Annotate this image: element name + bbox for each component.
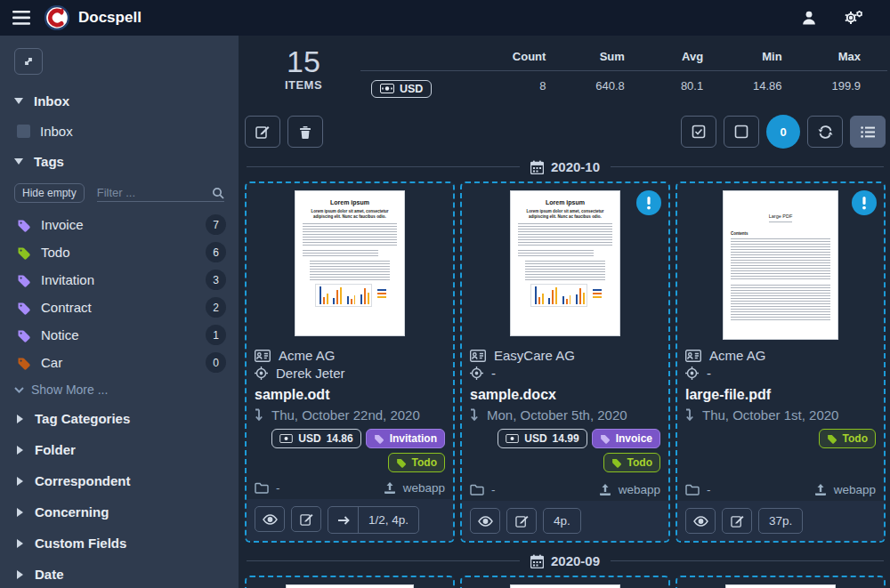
stats-header-min: Min xyxy=(730,44,808,70)
stats-header-max: Max xyxy=(809,44,887,70)
docspell-logo-icon xyxy=(44,5,69,30)
folder-source-row: - webapp xyxy=(462,479,668,501)
item-card[interactable]: Lorem ipsum Lorem ipsum dolor sit amet, … xyxy=(676,576,886,588)
tag-badge-todo: Todo xyxy=(819,429,876,448)
tag-name: Invitation xyxy=(41,272,94,287)
tag-count-badge: 6 xyxy=(206,242,226,262)
section-label: Folder xyxy=(35,442,76,457)
correspondent-row: Acme AG xyxy=(255,348,445,363)
item-badges: Todo xyxy=(685,429,876,473)
tag-count-badge: 3 xyxy=(206,270,226,290)
show-more-tags-link[interactable]: Show More ... xyxy=(0,376,239,403)
edit-item-button[interactable] xyxy=(722,508,752,534)
upload-icon xyxy=(384,482,396,495)
settings-cogs-icon[interactable] xyxy=(844,10,863,26)
amount-value: 14.86 xyxy=(327,432,353,445)
card-actions: 1/2, 4p. xyxy=(247,499,453,541)
item-date: Thu, October 1st, 2020 xyxy=(702,407,838,423)
tag-filter-input[interactable] xyxy=(97,186,212,199)
alert-badge-icon xyxy=(636,190,661,215)
checkbox-unchecked-icon[interactable] xyxy=(17,125,30,138)
folder-value: - xyxy=(707,483,711,496)
document-preview[interactable]: Lorem ipsum Lorem ipsum dolor sit amet, … xyxy=(247,183,453,340)
item-cards-grid: Lorem ipsum Lorem ipsum dolor sit amet, … xyxy=(245,181,886,543)
sidebar-section-custom-fields[interactable]: Custom Fields xyxy=(0,528,239,559)
edit-item-button[interactable] xyxy=(506,508,537,534)
inbox-checkbox-item[interactable]: Inbox xyxy=(0,117,239,146)
caret-right-icon xyxy=(17,415,23,423)
view-item-button[interactable] xyxy=(255,506,285,532)
date-group-label: 2020-10 xyxy=(551,159,600,174)
edit-item-button[interactable] xyxy=(291,506,321,532)
item-badges: USD 14.86 Invitation Todo xyxy=(255,429,445,473)
topbar-actions xyxy=(801,10,878,26)
section-label: Tag Categories xyxy=(35,411,130,426)
items-total: 15 ITEMS xyxy=(247,46,360,92)
tag-item-invoice[interactable]: Invoice 7 xyxy=(0,211,239,238)
stats-header-sum: Sum xyxy=(572,44,651,70)
currency-stats-table: Count Sum Avg Min Max USD 8 640.8 8 xyxy=(360,44,887,101)
expand-search-menu-button[interactable] xyxy=(14,48,43,75)
next-attachment-button[interactable] xyxy=(328,507,359,533)
tag-item-todo[interactable]: Todo 6 xyxy=(0,238,239,266)
item-card-sample-odt[interactable]: Lorem ipsum Lorem ipsum dolor sit amet, … xyxy=(245,181,455,543)
correspondent-row: Acme AG xyxy=(685,348,876,363)
tag-item-contract[interactable]: Contract 2 xyxy=(0,294,239,321)
item-date-row: Thu, October 1st, 2020 xyxy=(685,407,876,423)
stats-value-avg: 80.1 xyxy=(651,71,730,101)
concerning-name: Derek Jeter xyxy=(276,366,345,381)
stats-value-sum: 640.8 xyxy=(572,71,651,101)
sidebar-section-date[interactable]: Date xyxy=(0,559,239,588)
document-preview[interactable]: Lorem ipsum Lorem ipsum dolor sit amet, … xyxy=(677,577,884,588)
sidebar-section-inbox[interactable]: Inbox xyxy=(0,85,239,117)
sidebar-section-correspondent[interactable]: Correspondent xyxy=(0,465,239,496)
sidebar-section-tags[interactable]: Tags xyxy=(0,146,239,177)
arrow-down-icon xyxy=(255,408,263,422)
preview-title: Large PDF xyxy=(731,213,830,219)
amount-currency: USD xyxy=(524,432,546,445)
items-label: ITEMS xyxy=(247,78,360,92)
menu-icon[interactable] xyxy=(12,11,30,25)
selection-count-badge[interactable]: 0 xyxy=(766,115,800,149)
user-icon[interactable] xyxy=(801,10,817,26)
refresh-button[interactable] xyxy=(807,116,843,148)
app-title: Docspell xyxy=(78,9,142,27)
card-actions: 4p. xyxy=(462,501,668,541)
tag-badge-invitation: Invitation xyxy=(366,429,445,448)
deselect-all-button[interactable] xyxy=(724,116,759,148)
view-item-button[interactable] xyxy=(470,508,500,534)
tag-item-car[interactable]: Car 0 xyxy=(0,349,239,376)
document-preview[interactable]: Lorem ipsum dolor sit amet, consectetur … xyxy=(462,577,668,588)
item-card[interactable]: Keywords in PDF xyxy=(245,576,455,588)
sidebar-section-tag-categories[interactable]: Tag Categories xyxy=(0,403,239,434)
edit-selected-button[interactable] xyxy=(245,116,280,148)
tag-icon xyxy=(17,218,31,232)
item-date-row: Thu, October 22nd, 2020 xyxy=(255,407,445,423)
date-group-label: 2020-09 xyxy=(551,553,600,568)
correspondent-name: Acme AG xyxy=(279,348,335,363)
delete-selected-button[interactable] xyxy=(287,116,323,148)
tag-label: Todo xyxy=(412,456,437,469)
sidebar-section-folder[interactable]: Folder xyxy=(0,434,239,465)
item-card[interactable]: Lorem ipsum dolor sit amet, consectetur … xyxy=(460,576,670,588)
tag-name: Todo xyxy=(41,245,70,260)
hide-empty-button[interactable]: Hide empty xyxy=(14,183,85,203)
concerning-name: - xyxy=(707,366,711,381)
tag-item-notice[interactable]: Notice 1 xyxy=(0,321,239,349)
select-all-button[interactable] xyxy=(681,116,716,148)
date-group-header: 2020-10 xyxy=(247,159,884,174)
item-card-sample-docx[interactable]: Lorem ipsum Lorem ipsum dolor sit amet, … xyxy=(460,181,670,543)
currency-label: USD xyxy=(400,83,423,95)
caret-right-icon xyxy=(17,508,23,517)
item-card-large-file-pdf[interactable]: Large PDF Contents Acme AG - xyxy=(676,181,886,543)
calendar-icon xyxy=(530,160,544,174)
folder-value: - xyxy=(276,481,280,495)
list-view-toggle-button[interactable] xyxy=(850,116,886,148)
tag-item-invitation[interactable]: Invitation 3 xyxy=(0,266,239,294)
view-item-button[interactable] xyxy=(685,508,716,534)
sidebar-section-concerning[interactable]: Concerning xyxy=(0,496,239,528)
calendar-icon xyxy=(530,554,544,568)
app-logo[interactable]: Docspell xyxy=(44,5,142,30)
document-preview[interactable]: Keywords in PDF xyxy=(247,577,453,588)
tag-label: Invitation xyxy=(390,432,437,445)
